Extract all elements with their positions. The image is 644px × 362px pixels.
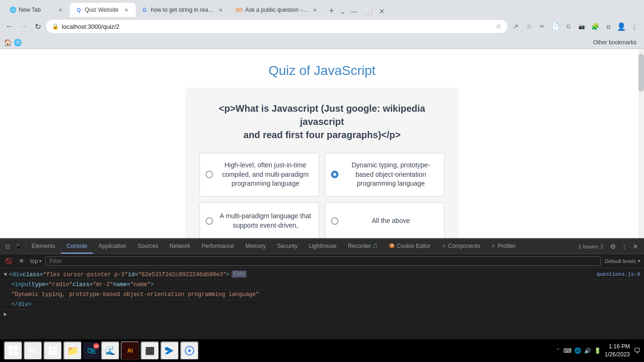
devtools-close-icon[interactable]: ✕	[631, 242, 640, 251]
devtools-tab-elements[interactable]: Elements	[26, 239, 61, 254]
tab-title-so: Ask a public question - Stack Ov...	[245, 7, 308, 13]
file-explorer-button[interactable]: 📁	[63, 341, 82, 360]
menu-button[interactable]: ⋮	[629, 21, 640, 32]
toolbar-right: ↗ ☆ ✏ 📄 G 📷 🧩 ⧈ 👤 ⋮	[510, 21, 640, 32]
console-eye-icon[interactable]: 👁	[17, 256, 26, 266]
taskbar: 📁 🛍 99 🌊 Ai ⬛ ⌃ ⌨ 🌐 🔊	[0, 339, 644, 362]
svg-marker-10	[165, 347, 173, 354]
devtools-tab-memory[interactable]: Memory	[240, 239, 272, 254]
devtools-more-icon[interactable]: ⋮	[619, 242, 629, 251]
option-a-text: High-level, often just-in-time compiled,…	[218, 161, 313, 189]
edge-button[interactable]: 🌊	[101, 341, 120, 360]
console-line-1: ▼ <div class="flex cursor-pointer p-3" i…	[0, 270, 644, 280]
option-a[interactable]: High-level, often just-in-time compiled,…	[199, 153, 319, 197]
scrollbar-thumb[interactable]	[638, 54, 644, 91]
devtools-tab-lighthouse[interactable]: Lighthouse	[303, 239, 342, 254]
default-levels-text: Default levels	[605, 258, 636, 264]
maximize-button[interactable]: ⬜	[362, 7, 375, 16]
screenshot-button[interactable]: 📷	[576, 21, 587, 32]
option-c[interactable]: A multi-paradigm language that supports …	[199, 202, 319, 240]
star-button[interactable]: ☆	[523, 21, 535, 32]
devtools-tab-network[interactable]: Network	[164, 239, 196, 254]
devtools-settings-icon[interactable]: ⚙	[608, 242, 618, 251]
share-button[interactable]: ↗	[510, 21, 521, 32]
profile-button[interactable]: 👤	[616, 21, 627, 32]
forward-button[interactable]: →	[18, 21, 29, 32]
translate-button[interactable]: G	[563, 21, 574, 32]
console-cursor-line[interactable]: ▶	[0, 310, 644, 319]
devtools-tab-sources[interactable]: Sources	[132, 239, 164, 254]
taskbar-up-arrow[interactable]: ⌃	[556, 347, 561, 354]
taskbar-sound-icon[interactable]: 🔊	[584, 347, 591, 354]
devtools-inspect-icon[interactable]: ⊡	[3, 242, 12, 251]
console-level-select[interactable]: top ▾	[30, 258, 41, 264]
tab-close-new-tab[interactable]: ✕	[57, 6, 64, 14]
expand-arrow-icon[interactable]: ▼	[4, 271, 7, 279]
search-button[interactable]	[24, 341, 42, 360]
option-d-radio[interactable]	[331, 217, 339, 225]
chrome-button[interactable]	[180, 341, 199, 360]
tab-extra-buttons: + ⌄ — ⬜ ✕	[326, 5, 388, 17]
devtools-tab-recorder[interactable]: Recorder 🎵	[342, 239, 383, 254]
star-icon[interactable]: ☆	[495, 23, 502, 30]
tab-new-tab[interactable]: 🌐 New Tab ✕	[4, 3, 70, 17]
devtools-tab-cookie-editor[interactable]: 🍪 Cookie Editor	[383, 239, 436, 254]
back-button[interactable]: ←	[4, 21, 15, 32]
tab-stackoverflow[interactable]: SO Ask a public question - Stack Ov... ✕	[230, 3, 324, 17]
devtools-issues-badge[interactable]: 2 Issues: 2	[576, 242, 606, 251]
taskbar-network-icon[interactable]: 🌐	[574, 347, 581, 354]
devtools-secondary-toolbar: 🚫 👁 top ▾ Default levels ▾	[0, 254, 644, 268]
option-b[interactable]: Dynamic typing, prototype-based object-o…	[325, 153, 445, 197]
option-c-radio[interactable]	[206, 217, 213, 225]
options-grid: High-level, often just-in-time compiled,…	[199, 153, 445, 240]
new-tab-button[interactable]: +	[326, 5, 337, 17]
svg-line-5	[34, 352, 36, 354]
edit-button[interactable]: ✏	[537, 21, 548, 32]
reader-mode-button[interactable]: 📄	[550, 21, 561, 32]
devtools-tab-console[interactable]: Console	[61, 239, 93, 254]
option-d[interactable]: All the above	[325, 202, 445, 240]
default-levels-arrow[interactable]: ▾	[638, 258, 640, 263]
quiz-card: <p>What is Javascript (Just google: wiki…	[185, 88, 459, 249]
devtools-device-icon[interactable]: 📱	[13, 242, 23, 251]
svg-rect-9	[53, 350, 57, 355]
console-clear-icon[interactable]: 🚫	[4, 256, 13, 266]
scrollbar[interactable]	[638, 49, 644, 268]
tab-close-quiz[interactable]: ✕	[123, 6, 130, 14]
vscode-button[interactable]	[160, 341, 179, 360]
svg-point-14	[188, 349, 191, 352]
bookmarks-bar: 🏠 🌐 Other bookmarks	[0, 36, 644, 49]
illustrator-button[interactable]: Ai	[121, 341, 140, 360]
devtools-tab-security[interactable]: Security	[272, 239, 303, 254]
tab-google-search[interactable]: G how to get string in react - Goog ✕	[136, 3, 230, 17]
address-bar[interactable]: 🔒 localhost:3000/quiz/2 ☆	[46, 20, 507, 33]
minimize-button[interactable]: —	[348, 7, 361, 16]
taskbar-keyboard-icon[interactable]: ⌨	[563, 347, 571, 354]
taskbar-notification-icon[interactable]: 🗨	[634, 347, 640, 354]
devtools-tab-application[interactable]: Application	[93, 239, 132, 254]
tab-search-button[interactable]: ⌄	[338, 7, 347, 16]
terminal-button[interactable]: ⬛	[140, 341, 159, 360]
extensions-button[interactable]: 🧩	[589, 21, 601, 32]
console-filter-input[interactable]	[45, 256, 601, 266]
taskbar-battery-icon[interactable]: 🔋	[594, 347, 601, 354]
close-button[interactable]: ✕	[376, 7, 388, 16]
task-view-button[interactable]	[43, 341, 62, 360]
tab-quiz-website[interactable]: Q Quiz Website ✕	[70, 3, 136, 17]
tab-close-so[interactable]: ✕	[311, 6, 319, 14]
devtools-tab-profiler[interactable]: ⚛ Profiler	[486, 239, 521, 254]
taskbar-clock[interactable]: 1:16 PM 1/26/2023	[605, 343, 630, 359]
split-screen-button[interactable]: ⧈	[603, 21, 614, 32]
other-bookmarks[interactable]: Other bookmarks	[589, 38, 640, 47]
source-ref[interactable]: questions.js:8	[597, 271, 640, 279]
tab-close-google[interactable]: ✕	[217, 6, 224, 14]
flex-badge: flex	[231, 271, 247, 278]
reload-button[interactable]: ↻	[32, 21, 43, 32]
store-button[interactable]: 🛍 99	[83, 342, 100, 359]
option-c-text: A multi-paradigm language that supports …	[218, 212, 313, 230]
option-a-radio[interactable]	[206, 171, 213, 178]
option-b-radio[interactable]	[331, 171, 339, 178]
devtools-tab-performance[interactable]: Performance	[196, 239, 240, 254]
windows-start-button[interactable]	[4, 341, 23, 360]
devtools-tab-components[interactable]: ⚛ Components	[436, 239, 486, 254]
